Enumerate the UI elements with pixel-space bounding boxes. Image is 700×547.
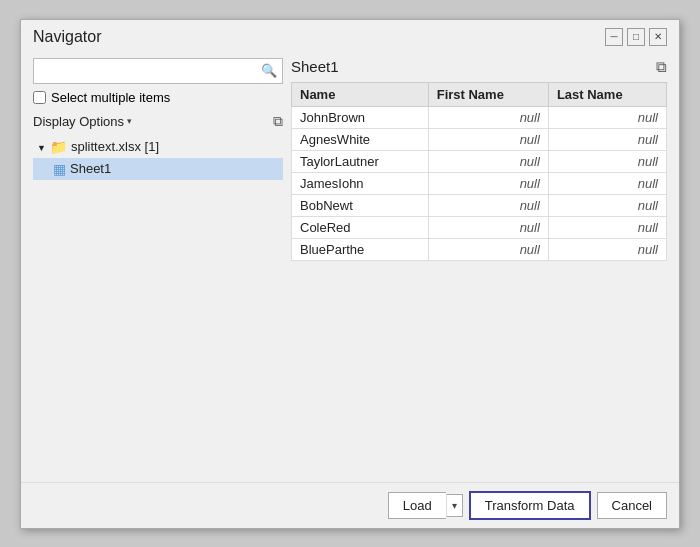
restore-button[interactable]: □ xyxy=(627,28,645,46)
title-bar-controls: ─ □ ✕ xyxy=(605,28,667,46)
preview-icon-button[interactable]: ⧉ xyxy=(273,113,283,130)
dialog-footer: Load ▾ Transform Data Cancel xyxy=(21,482,679,528)
firstname-cell: null xyxy=(428,150,548,172)
load-dropdown-button[interactable]: ▾ xyxy=(446,494,463,517)
sheet-item-label: Sheet1 xyxy=(70,161,111,176)
select-multiple-label: Select multiple items xyxy=(51,90,170,105)
preview-icon: ⧉ xyxy=(273,113,283,129)
file-tree-item[interactable]: 📁 splittext.xlsx [1] xyxy=(33,136,283,158)
display-options-chevron-icon xyxy=(127,116,132,126)
preview-header: Sheet1 ⧉ xyxy=(291,58,667,76)
name-cell: BobNewt xyxy=(292,194,429,216)
load-button[interactable]: Load xyxy=(388,492,446,519)
right-panel: Sheet1 ⧉ Name First Name Last Name JohnB… xyxy=(291,50,667,482)
table-header-row: Name First Name Last Name xyxy=(292,82,667,106)
display-options-button[interactable]: Display Options xyxy=(33,114,132,129)
table-row: BlueParthenullnull xyxy=(292,238,667,260)
col-firstname-header: First Name xyxy=(428,82,548,106)
display-options-label: Display Options xyxy=(33,114,124,129)
lastname-cell: null xyxy=(548,194,666,216)
search-icon: 🔍 xyxy=(261,63,277,78)
dialog-body: 🔍 Select multiple items Display Options … xyxy=(21,50,679,482)
table-row: JohnBrownnullnull xyxy=(292,106,667,128)
tree-area: 📁 splittext.xlsx [1] ▦ Sheet1 xyxy=(33,136,283,482)
preview-title: Sheet1 xyxy=(291,58,339,75)
name-cell: JamesIohn xyxy=(292,172,429,194)
firstname-cell: null xyxy=(428,238,548,260)
name-cell: JohnBrown xyxy=(292,106,429,128)
select-multiple-checkbox[interactable] xyxy=(33,91,46,104)
lastname-cell: null xyxy=(548,238,666,260)
name-cell: BlueParthe xyxy=(292,238,429,260)
name-cell: TaylorLautner xyxy=(292,150,429,172)
search-input[interactable] xyxy=(34,63,256,78)
table-row: ColeRednullnull xyxy=(292,216,667,238)
table-row: BobNewtnullnull xyxy=(292,194,667,216)
search-row: 🔍 xyxy=(33,58,283,84)
col-lastname-header: Last Name xyxy=(548,82,666,106)
close-button[interactable]: ✕ xyxy=(649,28,667,46)
title-bar: Navigator ─ □ ✕ xyxy=(21,20,679,50)
sheet-icon: ▦ xyxy=(53,161,66,177)
lastname-cell: null xyxy=(548,172,666,194)
load-button-group: Load ▾ xyxy=(388,492,463,519)
load-dropdown-arrow-icon: ▾ xyxy=(452,500,457,511)
expand-preview-button[interactable]: ⧉ xyxy=(656,58,667,76)
name-cell: AgnesWhite xyxy=(292,128,429,150)
search-button[interactable]: 🔍 xyxy=(256,59,282,83)
file-icon: 📁 xyxy=(50,139,67,155)
firstname-cell: null xyxy=(428,128,548,150)
dialog-title: Navigator xyxy=(33,28,101,46)
firstname-cell: null xyxy=(428,172,548,194)
sheet-tree-item[interactable]: ▦ Sheet1 xyxy=(33,158,283,180)
firstname-cell: null xyxy=(428,194,548,216)
cancel-button[interactable]: Cancel xyxy=(597,492,667,519)
table-row: JamesIohnnullnull xyxy=(292,172,667,194)
lastname-cell: null xyxy=(548,150,666,172)
display-options-row: Display Options ⧉ xyxy=(33,111,283,132)
collapse-icon xyxy=(37,139,46,154)
select-multiple-row: Select multiple items xyxy=(33,88,283,107)
name-cell: ColeRed xyxy=(292,216,429,238)
table-row: TaylorLautnernullnull xyxy=(292,150,667,172)
transform-data-button[interactable]: Transform Data xyxy=(469,491,591,520)
lastname-cell: null xyxy=(548,106,666,128)
minimize-button[interactable]: ─ xyxy=(605,28,623,46)
lastname-cell: null xyxy=(548,128,666,150)
col-name-header: Name xyxy=(292,82,429,106)
file-item-label: splittext.xlsx [1] xyxy=(71,139,159,154)
data-table: Name First Name Last Name JohnBrownnulln… xyxy=(291,82,667,261)
firstname-cell: null xyxy=(428,216,548,238)
table-row: AgnesWhitenullnull xyxy=(292,128,667,150)
expand-icon: ⧉ xyxy=(656,58,667,75)
left-panel: 🔍 Select multiple items Display Options … xyxy=(33,50,283,482)
lastname-cell: null xyxy=(548,216,666,238)
navigator-dialog: Navigator ─ □ ✕ 🔍 Select multiple items xyxy=(20,19,680,529)
firstname-cell: null xyxy=(428,106,548,128)
